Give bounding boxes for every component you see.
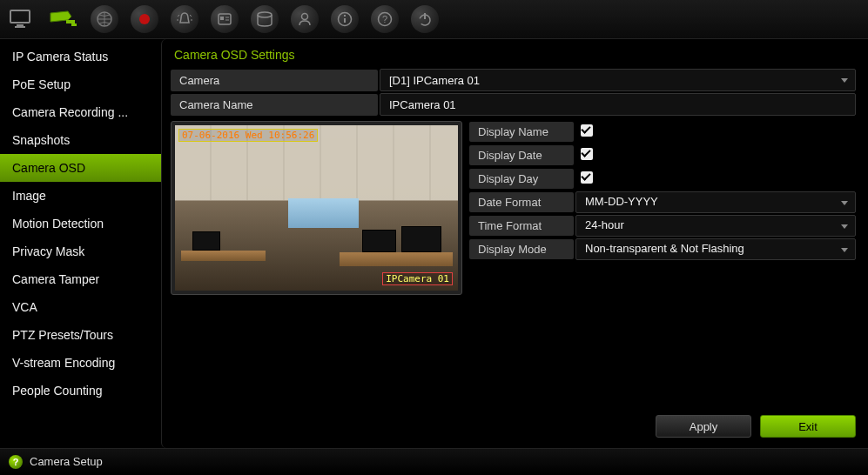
display-date-checkbox[interactable] [581, 148, 593, 160]
monitor-icon[interactable] [7, 5, 37, 33]
camera-icon[interactable] [49, 5, 78, 33]
svg-rect-2 [15, 26, 25, 28]
sidebar-item-people-counting[interactable]: People Counting [0, 377, 161, 405]
svg-rect-0 [10, 10, 30, 23]
svg-rect-4 [71, 23, 77, 26]
display-day-checkbox[interactable] [581, 171, 593, 184]
alarm-icon[interactable] [171, 5, 198, 33]
camera-preview[interactable]: 07-06-2016 Wed 10:56:26 IPCamera 01 [171, 121, 462, 295]
svg-rect-8 [220, 17, 224, 20]
sidebar-item-camera-osd[interactable]: Camera OSD [0, 154, 161, 182]
sidebar-item-snapshots[interactable]: Snapshots [0, 126, 161, 154]
sidebar: IP Camera Status PoE Setup Camera Record… [0, 39, 161, 448]
disk-icon[interactable] [251, 5, 279, 33]
power-icon[interactable] [411, 5, 439, 33]
osd-settings: Display Name Display Date Display Day Da… [469, 121, 856, 295]
display-name-label: Display Name [469, 122, 574, 142]
camera-label: Camera [171, 70, 378, 91]
main: IP Camera Status PoE Setup Camera Record… [0, 39, 868, 448]
camera-select[interactable]: [D1] IPCamera 01 [380, 69, 856, 91]
svg-point-10 [302, 14, 308, 20]
camera-name-input[interactable]: IPCamera 01 [380, 93, 856, 116]
info-icon[interactable] [331, 5, 359, 33]
camera-name-label: Camera Name [171, 94, 378, 116]
svg-rect-1 [17, 24, 24, 26]
user-icon[interactable] [291, 5, 319, 33]
osd-name-overlay[interactable]: IPCamera 01 [382, 272, 453, 285]
help-icon[interactable]: ? [9, 455, 23, 469]
sidebar-item-ip-camera-status[interactable]: IP Camera Status [0, 43, 161, 70]
sidebar-item-vca[interactable]: VCA [0, 293, 161, 321]
time-format-label: Time Format [469, 216, 574, 236]
svg-rect-12 [344, 18, 346, 23]
sidebar-item-camera-tamper[interactable]: Camera Tamper [0, 265, 161, 293]
time-format-select[interactable]: 24-hour [575, 215, 856, 237]
svg-text:?: ? [382, 14, 387, 24]
apply-button[interactable]: Apply [656, 415, 751, 438]
display-date-label: Display Date [469, 145, 574, 165]
panel-title: Camera OSD Settings [171, 48, 856, 69]
date-format-select[interactable]: MM-DD-YYYY [575, 191, 856, 213]
sidebar-item-camera-recording[interactable]: Camera Recording ... [0, 98, 161, 126]
display-mode-select[interactable]: Non-transparent & Not Flashing [575, 238, 856, 260]
globe-icon[interactable] [91, 5, 118, 33]
osd-time-overlay[interactable]: 07-06-2016 Wed 10:56:26 [178, 129, 318, 142]
sidebar-item-privacy-mask[interactable]: Privacy Mask [0, 238, 161, 265]
footer: ? Camera Setup [0, 448, 868, 474]
sidebar-item-ptz-presets[interactable]: PTZ Presets/Tours [0, 321, 161, 349]
svg-rect-13 [344, 15, 346, 17]
sidebar-item-vstream-encoding[interactable]: V-stream Encoding [0, 349, 161, 377]
display-name-checkbox[interactable] [581, 124, 593, 137]
svg-rect-3 [66, 20, 75, 23]
footer-title: Camera Setup [30, 455, 103, 468]
top-toolbar: ? [0, 0, 868, 39]
sidebar-item-poe-setup[interactable]: PoE Setup [0, 70, 161, 98]
display-day-label: Display Day [469, 169, 574, 189]
content-panel: Camera OSD Settings Camera [D1] IPCamera… [161, 39, 868, 448]
exit-button[interactable]: Exit [760, 415, 856, 438]
sidebar-item-motion-detection[interactable]: Motion Detection [0, 210, 161, 238]
record-icon[interactable] [131, 5, 158, 33]
display-mode-label: Display Mode [469, 239, 574, 259]
badge-icon[interactable] [211, 5, 239, 33]
help-icon[interactable]: ? [371, 5, 399, 33]
svg-point-9 [258, 12, 272, 17]
date-format-label: Date Format [469, 192, 574, 212]
svg-rect-17 [424, 13, 426, 19]
svg-point-6 [139, 14, 150, 24]
sidebar-item-image[interactable]: Image [0, 182, 161, 210]
